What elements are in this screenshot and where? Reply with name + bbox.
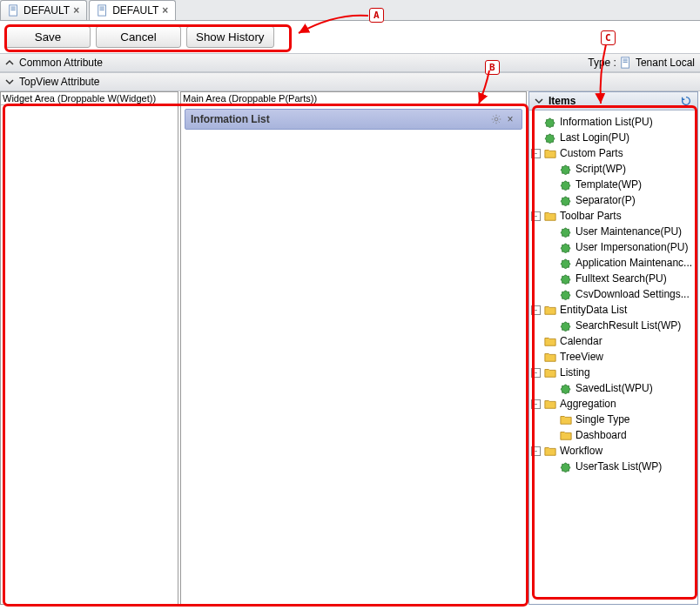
tree-node[interactable]: -EntityData List [531, 302, 696, 318]
tree-node[interactable]: User Maintenance(PU) [531, 224, 696, 239]
tree-node[interactable]: -Workflow [531, 443, 696, 459]
folder-icon [544, 304, 556, 316]
tree-node[interactable]: Fulltext Search(PU) [531, 271, 696, 286]
puzzle-icon [560, 319, 572, 332]
part-title: Information List [191, 113, 270, 125]
tree-label: EntityData List [560, 304, 627, 316]
tree-label: Single Type [575, 413, 630, 426]
tree-label: UserTask List(WP) [575, 460, 662, 473]
items-header[interactable]: Items [529, 92, 697, 111]
type-indicator: Type : Tenant Local [588, 57, 695, 69]
tree-node[interactable]: -Toolbar Parts [531, 208, 696, 224]
tree-label: Information List(PU) [560, 116, 653, 128]
puzzle-icon [544, 131, 556, 144]
tab-default-2[interactable]: DEFAULT × [89, 0, 176, 20]
tab-bar: DEFAULT × DEFAULT × [0, 0, 700, 21]
tree-node[interactable]: -Listing [531, 365, 696, 380]
tree-node[interactable]: TreeView [531, 349, 696, 365]
tree-label: Calendar [560, 335, 602, 347]
collapse-icon[interactable]: - [531, 149, 541, 158]
tree-label: Aggregation [560, 398, 616, 410]
cancel-button[interactable]: Cancel [96, 26, 181, 48]
puzzle-icon [560, 382, 572, 394]
tree-label: Script(WP) [575, 163, 626, 175]
widget-area-header: Widget Area (Droppable W(Widget)) [1, 92, 178, 105]
items-tree: Information List(PU)Last Login(PU)-Custo… [529, 111, 697, 604]
tree-label: Dashboard [575, 429, 627, 441]
information-list-part[interactable]: Information List × [185, 109, 522, 130]
type-label: Type : [588, 57, 616, 69]
tree-node[interactable]: -Aggregation [531, 396, 696, 412]
chevron-down-icon [5, 77, 14, 86]
tree-label: Workflow [560, 445, 602, 457]
tree-label: Listing [560, 366, 590, 379]
tree-node[interactable]: User Impersonation(PU) [531, 239, 696, 255]
collapse-icon[interactable]: - [531, 305, 541, 315]
tab-label: DEFAULT [112, 4, 158, 17]
tab-default-1[interactable]: DEFAULT × [0, 0, 87, 20]
toolbar: Save Cancel Show History [0, 21, 700, 53]
main-area[interactable]: Main Area (Droppable P(Parts)) Informati… [180, 91, 527, 605]
tree-label: SearchResult List(WP) [575, 319, 681, 332]
tree-node[interactable]: Calendar [531, 333, 696, 349]
collapse-icon[interactable]: - [531, 399, 541, 409]
close-icon[interactable]: × [504, 113, 516, 125]
tree-label: Fulltext Search(PU) [575, 272, 667, 285]
folder-icon [560, 413, 572, 426]
tree-node[interactable]: Script(WP) [531, 161, 696, 177]
puzzle-icon [560, 163, 572, 175]
page-icon [620, 57, 632, 69]
folder-icon [544, 210, 556, 222]
tree-node[interactable]: Single Type [531, 412, 696, 427]
tree-label: Toolbar Parts [560, 210, 622, 222]
puzzle-icon [560, 194, 572, 206]
topview-attribute-header[interactable]: TopView Attribute [0, 72, 700, 91]
main-area-header: Main Area (Droppable P(Parts)) [181, 92, 526, 105]
tree-label: TreeView [560, 351, 603, 363]
puzzle-icon [560, 257, 572, 269]
tree-node[interactable]: CsvDownload Settings... [531, 286, 696, 302]
tree-node[interactable]: SavedList(WPU) [531, 380, 696, 396]
folder-icon [544, 335, 556, 347]
tree-label: User Impersonation(PU) [575, 241, 688, 253]
puzzle-icon [560, 288, 572, 300]
tree-label: Separator(P) [575, 194, 636, 206]
close-icon[interactable]: × [73, 4, 79, 17]
folder-icon [544, 351, 556, 363]
tab-label: DEFAULT [24, 4, 70, 17]
tree-node[interactable]: UserTask List(WP) [531, 459, 696, 474]
tree-node[interactable]: Last Login(PU) [531, 130, 696, 145]
collapse-icon[interactable]: - [531, 446, 541, 456]
tree-node[interactable]: Information List(PU) [531, 114, 696, 130]
tree-label: Custom Parts [560, 147, 623, 159]
annotation-a: A [369, 8, 384, 23]
close-icon[interactable]: × [162, 4, 168, 17]
workspace: Widget Area (Droppable W(Widget)) Main A… [0, 91, 700, 605]
folder-icon [560, 429, 572, 441]
page-icon [97, 4, 109, 17]
tree-node[interactable]: Separator(P) [531, 192, 696, 208]
type-value: Tenant Local [636, 57, 695, 69]
save-button[interactable]: Save [5, 26, 91, 48]
tree-node[interactable]: -Custom Parts [531, 145, 696, 161]
tree-node[interactable]: Dashboard [531, 427, 696, 443]
tree-node[interactable]: Application Maintenanc... [531, 255, 696, 271]
folder-icon [544, 366, 556, 379]
puzzle-icon [560, 225, 572, 238]
tree-label: Application Maintenanc... [575, 257, 692, 269]
tree-node[interactable]: SearchResult List(WP) [531, 318, 696, 333]
chevron-down-icon [535, 97, 543, 105]
show-history-button[interactable]: Show History [186, 26, 274, 48]
main-area-body[interactable]: Information List × [181, 105, 526, 604]
items-title: Items [549, 95, 575, 107]
refresh-icon[interactable] [680, 95, 692, 107]
annotation-c: C [601, 30, 616, 45]
folder-icon [544, 445, 556, 457]
common-attribute-header[interactable]: Common Attribute Type : Tenant Local [0, 53, 700, 72]
gear-icon[interactable] [490, 113, 502, 125]
collapse-icon[interactable]: - [531, 211, 541, 221]
tree-node[interactable]: Template(WP) [531, 177, 696, 192]
widget-area[interactable]: Widget Area (Droppable W(Widget)) [0, 91, 178, 605]
widget-area-body[interactable] [1, 105, 178, 604]
collapse-icon[interactable]: - [531, 368, 541, 378]
